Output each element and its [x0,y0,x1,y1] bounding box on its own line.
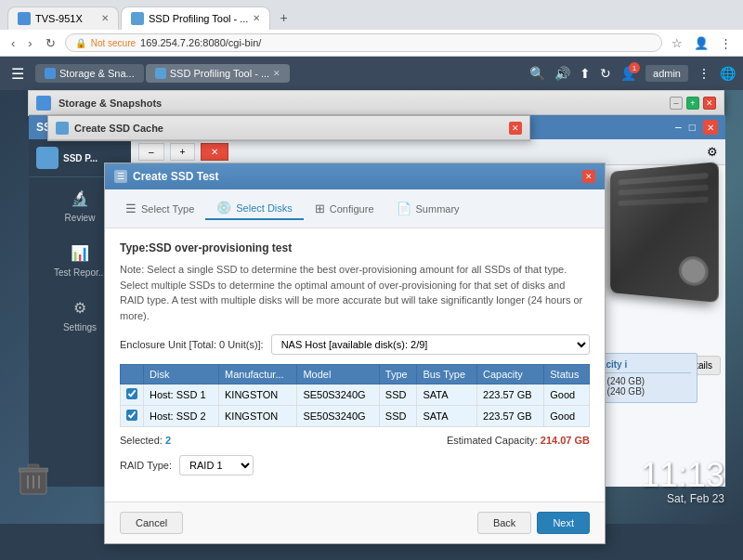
row1-type: SSD [379,384,417,406]
app-tab-storage[interactable]: Storage & Sna... [35,64,144,83]
profile-btn[interactable]: 👤 [690,34,712,52]
upload-btn[interactable]: ⬆ [580,66,591,81]
row2-type: SSD [379,406,417,427]
settings-icon: ⚙ [69,296,91,319]
refresh-button[interactable]: ↻ [42,34,59,52]
network-btn[interactable]: 🌐 [720,66,736,81]
row1-mfr: KINGSTON [219,384,297,406]
storage-favicon [45,68,56,79]
bg-toolbar-gear[interactable]: ⚙ [707,145,718,159]
step-configure-icon: ⊞ [315,202,325,215]
bg-toolbar-btn3[interactable]: ✕ [201,143,228,161]
create-ssd-test-modal: ☰ Create SSD Test ✕ ☰ Select Type 💿 Sele… [104,163,606,544]
enclosure-label: Enclosure Unit [Total: 0 Unit(s)]: [120,339,264,350]
enclosure-select[interactable]: NAS Host [available disk(s): 2/9] [271,334,590,355]
ssd-app-label: SSD P... [63,153,98,163]
tab-close-btn[interactable]: ✕ [101,13,109,23]
estimated-value: 214.07 GB [541,435,590,446]
user-btn[interactable]: 👤 1 [620,66,636,81]
next-button[interactable]: Next [537,512,590,534]
ssd-cache-title: Create SSD Cache [74,123,503,134]
hdd-shape [610,162,719,303]
step-disks-label: Select Disks [236,202,293,214]
secure-label: Not secure [91,38,136,48]
more-btn[interactable]: ⋮ [716,34,736,52]
row1-model: SE50S3240G [297,384,379,406]
raid-row: RAID Type: RAID 1 [120,455,590,475]
ssd-test-titlebar: ☰ Create SSD Test ✕ [105,163,605,189]
address-text: 169.254.7.26:8080/cgi-bin/ [140,37,261,48]
raid-select[interactable]: RAID 1 [179,455,254,475]
ssd-cache-close-btn[interactable]: ✕ [509,122,522,135]
browser-tab-tvs[interactable]: TVS-951X ✕ [7,7,119,30]
row2-model: SE50S3240G [297,406,379,427]
bg-toolbar-btn2[interactable]: + [170,143,196,161]
modal-content: Type:SSD over-provisioning test Note: Se… [105,228,605,501]
back-button[interactable]: Back [477,512,531,534]
nav-buttons: Back Next [477,512,590,534]
minimize-btn[interactable]: – [670,97,683,110]
maximize-btn[interactable]: + [686,97,699,110]
app-menu-btn[interactable]: ☰ [7,61,28,86]
ssd-minimize[interactable]: – [675,120,682,135]
row2-capacity: 223.57 GB [477,406,544,427]
cancel-button[interactable]: Cancel [120,512,183,534]
more-options-btn[interactable]: ⋮ [697,66,710,81]
app-tab-ssd[interactable]: SSD Profiling Tool - ... ✕ [146,64,290,83]
selected-count: 2 [165,435,171,446]
svg-rect-2 [28,464,39,468]
step-configure-label: Configure [330,203,374,215]
hdd-detail1 [619,173,709,185]
wizard-step-select-disks[interactable]: 💿 Select Disks [205,197,304,220]
browser-tab-ssd[interactable]: SSD Profiling Tool - ... ✕ [121,7,270,30]
admin-btn[interactable]: admin [645,65,688,82]
search-btn[interactable]: 🔍 [529,66,545,81]
ssd-close[interactable]: ✕ [703,120,718,135]
row1-status: Good [544,384,590,406]
disk-table: Disk Manufactur... Model Type Bus Type C… [120,364,590,427]
summary-row: Selected: 2 Estimated Capacity: 214.07 G… [120,435,590,446]
trash-icon[interactable] [19,462,48,496]
app-chrome: ☰ Storage & Sna... SSD Profiling Tool - … [0,57,743,90]
row2-checkbox[interactable] [126,410,137,421]
storage-snapshots-window: Storage & Snapshots – + ✕ SSD P... – □ ✕ [28,90,724,116]
wizard-step-summary[interactable]: 📄 Summary [385,197,471,220]
row1-capacity: 223.57 GB [477,384,544,406]
ssd-maximize[interactable]: □ [689,120,696,135]
hdd-disk [679,256,709,287]
clock-time: 11:13 [641,459,724,492]
modal-footer: Cancel Back Next [105,501,605,543]
ssd-test-close-btn[interactable]: ✕ [582,170,595,183]
tab-ssd-close-btn[interactable]: ✕ [253,13,260,23]
storage-tab-label: Storage & Sna... [59,68,135,79]
sync-btn[interactable]: ↻ [600,66,611,81]
address-bar[interactable]: 🔒 Not secure 169.254.7.26:8080/cgi-bin/ [65,33,662,52]
col-check [121,365,144,384]
back-button[interactable]: ‹ [7,34,19,52]
step-type-icon: ☰ [125,202,137,215]
ssd-tab-close[interactable]: ✕ [273,69,280,78]
ssd-test-icon: ☰ [114,170,127,183]
app-right-controls: 🔍 🔊 ⬆ ↻ 👤 1 admin ⋮ 🌐 [529,65,736,82]
ssd-tab-label: SSD Profiling Tool - ... [170,68,269,79]
step-summary-label: Summary [416,203,460,215]
row2-check-cell [121,406,144,427]
star-btn[interactable]: ☆ [668,34,686,52]
close-window-btn[interactable]: ✕ [703,97,716,110]
table-row: Host: SSD 2 KINGSTON SE50S3240G SSD SATA… [121,406,590,427]
volume-btn[interactable]: 🔊 [554,66,570,81]
bg-toolbar-btn1[interactable]: – [138,143,164,161]
type-note: Note: Select a single SSD to determine t… [120,262,590,323]
estimated-label: Estimated Capacity: 214.07 GB [447,435,590,446]
forward-button[interactable]: › [24,34,35,52]
wizard-step-configure[interactable]: ⊞ Configure [304,197,385,220]
ssd-app-icon [36,147,59,169]
ssd-cache-titlebar: Create SSD Cache ✕ [48,116,529,140]
tab-favicon [18,12,31,25]
storage-title-text: Storage & Snapshots [59,98,662,109]
col-disk: Disk [144,365,219,384]
create-ssd-cache-modal: Create SSD Cache ✕ ☰ Create SSD Test ✕ ☰… [47,115,530,141]
row1-checkbox[interactable] [126,388,137,399]
wizard-step-select-type[interactable]: ☰ Select Type [114,197,205,220]
new-tab-button[interactable]: + [272,6,294,30]
